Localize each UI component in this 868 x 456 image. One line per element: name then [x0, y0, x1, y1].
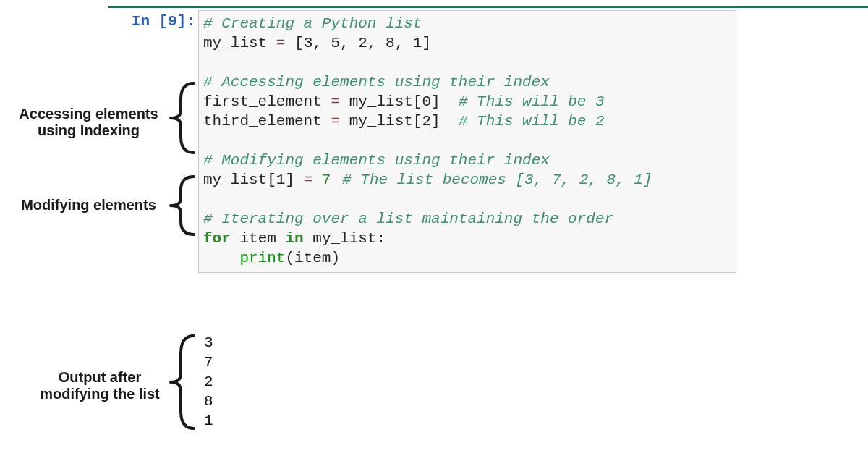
code-text: my_list [203, 35, 267, 51]
code-text: my_list[0] [349, 93, 441, 110]
code-comment: # Accessing elements using their index [203, 74, 550, 90]
output-line: 3 [204, 334, 213, 351]
code-comment: # This will be 3 [459, 93, 605, 110]
annotation-modifying: Modifying elements [14, 197, 163, 214]
code-function: print [239, 250, 285, 266]
output-area: 3 7 2 8 1 [204, 333, 213, 431]
code-text: my_list[1] [203, 172, 294, 188]
annotation-text: using Indexing [14, 122, 163, 139]
annotation-text: Accessing elements [19, 106, 158, 122]
code-text: my_list[2] [349, 113, 441, 130]
code-text: first_element [203, 93, 322, 110]
code-comment: # Iterating over a list maintaining the … [203, 211, 613, 227]
output-line: 8 [204, 393, 213, 410]
brace-icon [165, 172, 198, 239]
code-comment: # Creating a Python list [203, 15, 422, 32]
code-indent [203, 250, 239, 266]
code-text: 7 [322, 172, 331, 188]
code-keyword: for [203, 230, 231, 247]
annotation-indexing: Accessing elements using Indexing [14, 106, 163, 139]
code-text: my_list: [312, 230, 386, 247]
code-text: third_element [203, 113, 322, 130]
code-text: item [239, 230, 276, 247]
output-line: 1 [204, 413, 213, 429]
annotation-text: Modifying elements [21, 197, 156, 213]
output-line: 2 [204, 373, 213, 390]
text-cursor [341, 172, 341, 187]
code-text: [3, 5, 2, 8, 1] [294, 35, 431, 51]
code-cell[interactable]: # Creating a Python list my_list = [3, 5… [198, 10, 736, 273]
input-prompt: In [9]: [109, 10, 195, 30]
annotation-output: Output after modifying the list [35, 369, 165, 402]
top-rule [109, 6, 868, 8]
code-text: (item) [285, 250, 340, 266]
code-keyword: in [285, 230, 303, 247]
code-comment: # This will be 2 [459, 113, 605, 130]
code-comment: # Modifying elements using their index [203, 152, 550, 169]
annotation-text: Output after [59, 369, 141, 385]
annotation-text: modifying the list [35, 386, 165, 402]
code-comment: # The list becomes [3, 7, 2, 8, 1] [342, 172, 652, 188]
output-line: 7 [204, 354, 213, 371]
brace-icon [165, 79, 198, 157]
brace-icon [165, 332, 198, 433]
